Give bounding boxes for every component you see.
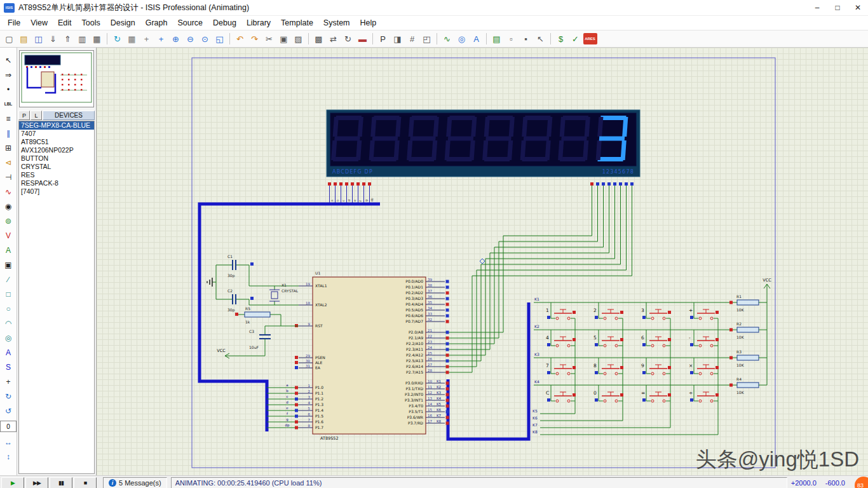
property-assignment-tool-icon[interactable]: A bbox=[470, 32, 484, 46]
goto-sheet-icon[interactable]: ↖ bbox=[534, 32, 548, 46]
play-button[interactable]: ▶ bbox=[1, 477, 24, 488]
undo-icon[interactable]: ↶ bbox=[233, 32, 247, 46]
bill-of-materials-icon[interactable]: $ bbox=[554, 32, 568, 46]
crystal-oscillator-circuit[interactable]: C1 30p C2 30p X1 CRYSTAL bbox=[207, 254, 299, 313]
wire-label-mode-icon[interactable]: LBL bbox=[1, 97, 15, 111]
menu-template[interactable]: Template bbox=[276, 16, 318, 30]
keypad-button-3[interactable]: 3 bbox=[641, 302, 671, 320]
keypad-button-=[interactable]: = bbox=[641, 385, 671, 402]
keypad-button-2[interactable]: 2 bbox=[593, 302, 623, 320]
make-device-icon[interactable]: ◨ bbox=[391, 32, 405, 46]
paste-icon[interactable]: ▨ bbox=[292, 32, 306, 46]
component-mode-icon[interactable]: ⇒ bbox=[1, 68, 15, 81]
schematic-canvas[interactable]: abcdefgdp abcdefgdp ABCDEFG DP 12345678 … bbox=[97, 48, 868, 475]
block-delete-icon[interactable]: ▬ bbox=[356, 32, 370, 46]
close-button[interactable]: ✕ bbox=[848, 0, 868, 15]
copy-icon[interactable]: ▣ bbox=[277, 32, 291, 46]
device-list-item[interactable]: RESPACK-8 bbox=[19, 179, 94, 187]
box-mode-icon[interactable]: □ bbox=[1, 287, 15, 301]
rotate-ccw-icon[interactable]: ↺ bbox=[1, 404, 15, 417]
redo-icon[interactable]: ↷ bbox=[248, 32, 262, 46]
export-section-icon[interactable]: ⇑ bbox=[61, 32, 75, 46]
terminal-mode-icon[interactable]: ⊲ bbox=[1, 156, 15, 169]
menu-source[interactable]: Source bbox=[172, 16, 208, 30]
zoom-out-icon[interactable]: ⊖ bbox=[184, 32, 198, 46]
import-section-icon[interactable]: ⇓ bbox=[46, 32, 60, 46]
graph-mode-icon[interactable]: ∿ bbox=[1, 185, 15, 198]
remove-sheet-icon[interactable]: ▪ bbox=[519, 32, 533, 46]
zoom-in-icon[interactable]: ⊕ bbox=[169, 32, 183, 46]
step-button[interactable]: ▶▶ bbox=[25, 477, 48, 488]
library-manager-button[interactable]: L bbox=[31, 111, 42, 120]
wire-autorouter-icon[interactable]: ∿ bbox=[440, 32, 454, 46]
keypad-button-×[interactable]: × bbox=[689, 358, 719, 375]
menu-library[interactable]: Library bbox=[241, 16, 276, 30]
zoom-area-icon[interactable]: ◱ bbox=[213, 32, 227, 46]
block-move-icon[interactable]: ⇄ bbox=[327, 32, 341, 46]
keypad-button-4[interactable]: 4 bbox=[546, 330, 576, 347]
arc-mode-icon[interactable]: ◠ bbox=[1, 316, 15, 330]
message-panel[interactable]: i 5 Message(s) bbox=[103, 477, 167, 488]
maximize-button[interactable]: □ bbox=[827, 0, 848, 15]
stop-button[interactable]: ■ bbox=[74, 477, 97, 488]
symbol-mode-icon[interactable]: S bbox=[1, 360, 15, 374]
menu-tools[interactable]: Tools bbox=[77, 16, 105, 30]
tape-recorder-mode-icon[interactable]: ◉ bbox=[1, 200, 15, 213]
resistor-r5[interactable] bbox=[245, 312, 270, 317]
rotation-angle-input[interactable] bbox=[0, 421, 17, 432]
menu-view[interactable]: View bbox=[25, 16, 53, 30]
keypad-button-7[interactable]: 7 bbox=[546, 358, 576, 375]
toggle-grid-icon[interactable]: ▦ bbox=[125, 32, 139, 46]
menu-graph[interactable]: Graph bbox=[140, 16, 173, 30]
menu-edit[interactable]: Edit bbox=[53, 16, 77, 30]
instruments-mode-icon[interactable]: ▣ bbox=[1, 258, 15, 271]
menu-design[interactable]: Design bbox=[105, 16, 140, 30]
crystal-x1[interactable] bbox=[271, 292, 278, 299]
new-sheet-icon[interactable]: ▫ bbox=[505, 32, 519, 46]
keypad-button-6[interactable]: 6 bbox=[641, 330, 671, 347]
packaging-tool-icon[interactable]: # bbox=[405, 32, 419, 46]
device-list[interactable]: 7SEG-MPX8-CA-BLUE7407AT89C51AVX1206NP022… bbox=[18, 121, 95, 474]
device-pin-mode-icon[interactable]: ⊣ bbox=[1, 170, 15, 184]
junction-mode-icon[interactable]: • bbox=[1, 83, 15, 96]
cut-icon[interactable]: ✂ bbox=[262, 32, 276, 46]
path-mode-icon[interactable]: ◎ bbox=[1, 331, 15, 344]
keypad-button-÷[interactable]: ÷ bbox=[689, 385, 719, 402]
generator-mode-icon[interactable]: ⊚ bbox=[1, 214, 15, 227]
resistor-r4[interactable]: R410K bbox=[729, 377, 767, 395]
circle-mode-icon[interactable]: ○ bbox=[1, 302, 15, 315]
keypad-button-+[interactable]: + bbox=[689, 302, 719, 320]
pause-button[interactable]: ▮▮ bbox=[50, 477, 72, 488]
device-list-item[interactable]: AVX1206NP022P bbox=[19, 146, 94, 154]
device-list-item[interactable]: AT89C51 bbox=[19, 138, 94, 146]
selection-mode-icon[interactable]: ↖ bbox=[1, 53, 15, 67]
keypad-button-C[interactable]: C bbox=[546, 385, 576, 402]
electrical-rule-check-icon[interactable]: ✓ bbox=[569, 32, 583, 46]
resistor-r1[interactable]: R110K bbox=[729, 294, 767, 312]
text-mode-icon[interactable]: A bbox=[1, 346, 15, 359]
new-design-icon[interactable]: ▢ bbox=[3, 32, 17, 46]
resistor-r2[interactable]: R210K bbox=[729, 322, 767, 339]
overview-preview[interactable] bbox=[19, 50, 94, 107]
device-list-item[interactable]: CRYSTAL bbox=[19, 163, 94, 171]
voltage-probe-mode-icon[interactable]: V bbox=[1, 229, 15, 242]
device-list-item[interactable]: RES bbox=[19, 171, 94, 179]
resistor-r3[interactable]: R310K bbox=[729, 349, 767, 367]
design-explorer-icon[interactable]: ▤ bbox=[490, 32, 504, 46]
mark-output-area-icon[interactable]: ▦ bbox=[90, 32, 104, 46]
rotate-cw-icon[interactable]: ↻ bbox=[1, 390, 15, 403]
block-copy-icon[interactable]: ▩ bbox=[312, 32, 326, 46]
mirror-y-icon[interactable]: ↕ bbox=[1, 450, 15, 463]
text-script-mode-icon[interactable]: ≡ bbox=[1, 112, 15, 125]
mcu-at89s52[interactable]: U1 AT89S52 19XTAL118XTAL29RST29PSEN30ALE… bbox=[295, 271, 449, 441]
device-list-item[interactable]: 7SEG-MPX8-CA-BLUE bbox=[19, 121, 94, 130]
pick-devices-button[interactable]: P bbox=[18, 111, 30, 120]
keypad-button--[interactable]: - bbox=[689, 330, 719, 347]
device-list-item[interactable]: 7407 bbox=[19, 130, 94, 138]
save-design-icon[interactable]: ◫ bbox=[32, 32, 46, 46]
minimize-button[interactable]: – bbox=[807, 0, 827, 15]
keypad-button-1[interactable]: 1 bbox=[546, 302, 576, 320]
schematic-editor[interactable]: abcdefgdp abcdefgdp ABCDEFG DP 12345678 … bbox=[97, 48, 868, 475]
print-icon[interactable]: ▥ bbox=[76, 32, 90, 46]
reset-circuit[interactable]: R5 1k C3 10uF VCC bbox=[217, 306, 299, 358]
